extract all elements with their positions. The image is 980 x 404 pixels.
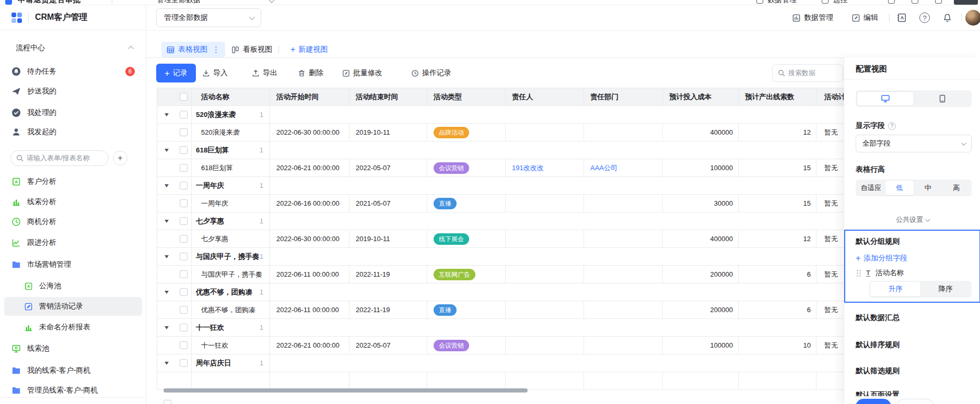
sidebar-item-started-by-me[interactable]: 我发起的 [4, 123, 142, 141]
row-checkbox[interactable] [180, 324, 188, 331]
divider [0, 397, 146, 398]
sidebar-folder-my-leads[interactable]: 我的线索-客户-商机 [4, 361, 142, 380]
department-cell[interactable]: AAA公司 [584, 159, 663, 177]
descending-button[interactable]: 降序 [920, 282, 971, 296]
common-settings-toggle[interactable]: 公共设置 [844, 215, 980, 224]
add-group-field-button[interactable]: + 添加分组字段 [856, 254, 907, 263]
sidebar-item-marketing-activity-records[interactable]: 营销活动记录 [4, 297, 142, 316]
row-checkbox[interactable] [180, 270, 188, 278]
sidebar-section-process[interactable]: 流程中心 [4, 40, 142, 56]
group-expander[interactable] [157, 212, 176, 230]
group-expander[interactable] [157, 248, 176, 266]
table-search-input[interactable]: 搜索数据 [772, 64, 843, 82]
row-height-high[interactable]: 高 [942, 181, 971, 195]
group-expander[interactable] [157, 354, 176, 372]
clipped-section-title: 默认页面设置 [856, 390, 900, 396]
operation-log-button[interactable]: 操作记录 [411, 67, 451, 79]
drag-handle-icon[interactable] [857, 270, 861, 277]
horizontal-scrollbar-thumb[interactable] [164, 388, 528, 393]
ascending-button[interactable]: 升序 [870, 282, 920, 296]
user-avatar[interactable] [965, 10, 980, 26]
add-record-button[interactable]: + 记录 [156, 64, 196, 82]
desktop-toggle-button[interactable] [857, 91, 914, 106]
help-button[interactable]: ? [919, 10, 930, 25]
info-icon[interactable]: ? [888, 122, 896, 130]
data-chart-icon [792, 14, 801, 22]
new-view-button[interactable]: + 新建视图 [290, 42, 328, 57]
kanban-icon [231, 46, 239, 54]
item-label: 抄送我的 [27, 87, 56, 96]
mobile-toggle-button[interactable] [914, 91, 971, 106]
edit-button[interactable]: 编辑 [851, 10, 878, 25]
activity-name-cell [192, 372, 270, 390]
row-checkbox[interactable] [180, 164, 188, 172]
clipped-row-checkbox[interactable] [164, 400, 171, 404]
tab-table-view[interactable]: 表格视图 ⋮ [161, 42, 225, 57]
form-search-input[interactable]: 请输入表单/报表名称 [10, 150, 109, 166]
clipped-cancel-button[interactable] [896, 399, 934, 404]
text-type-icon: T [866, 269, 870, 277]
button-label: 批量修改 [353, 68, 382, 78]
sidebar-folder-marketing[interactable]: 市场营销管理 [4, 255, 142, 274]
row-checkbox[interactable] [180, 217, 188, 225]
sort-direction-toggle: 升序 降序 [869, 281, 972, 298]
row-checkbox[interactable] [180, 235, 188, 243]
row-checkbox[interactable] [180, 288, 188, 296]
group-expander[interactable] [157, 283, 176, 301]
add-form-button[interactable]: + [113, 151, 127, 165]
row-checkbox[interactable] [180, 341, 188, 349]
sidebar-item-handled-by-me[interactable]: 我处理的 [4, 103, 142, 122]
group-expander[interactable] [157, 106, 176, 124]
display-fields-select[interactable]: 全部字段 [856, 135, 972, 152]
item-label: 客户分析 [27, 177, 56, 186]
sidebar-item-lead-pool[interactable]: 线索池 [4, 339, 142, 358]
tab-board-view[interactable]: 看板视图 [228, 42, 275, 57]
sidebar-item-unnamed-report[interactable]: 未命名分析报表 [4, 318, 142, 337]
export-button[interactable]: 导出 [252, 67, 277, 79]
clipped-logo-fragment [5, 0, 12, 5]
group-count: 1 [260, 289, 270, 296]
row-height-auto[interactable]: 自适应 [857, 181, 885, 195]
activity-type-cell: 直播 [427, 195, 506, 212]
row-checkbox[interactable] [180, 111, 188, 118]
group-expander[interactable] [157, 319, 176, 337]
import-button[interactable]: 导入 [202, 67, 228, 79]
activity-type-cell [427, 372, 506, 390]
sort-rule-section-title[interactable]: 默认排序规则 [856, 340, 900, 350]
batch-edit-button[interactable]: 批量修改 [342, 67, 382, 79]
end-time-cell: 2019-10-11 [349, 230, 427, 248]
cost-cell: 100000 [663, 337, 739, 354]
row-checkbox[interactable] [180, 182, 188, 189]
row-checkbox[interactable] [180, 199, 188, 207]
contacts-button[interactable]: A [896, 10, 907, 25]
delete-button[interactable]: 删除 [298, 67, 323, 79]
sidebar-item-followup-analysis[interactable]: 跟进分析 [4, 233, 142, 252]
tab-menu-icon[interactable]: ⋮ [212, 45, 220, 54]
data-scope-select[interactable]: 管理全部数据 [156, 8, 261, 27]
question-icon: ? [919, 13, 930, 23]
group-field-row[interactable]: T 活动名称 [857, 268, 904, 278]
contact-card-icon: A [24, 282, 33, 291]
clipped-confirm-button[interactable] [856, 399, 891, 404]
sidebar-item-lead-analysis[interactable]: 线索分析 [4, 193, 142, 211]
row-checkbox[interactable] [180, 146, 188, 154]
sidebar-item-public-pool[interactable]: A 公海池 [4, 277, 142, 295]
summary-section-title[interactable]: 默认数据汇总 [856, 313, 900, 323]
row-checkbox[interactable] [180, 253, 188, 260]
select-all-checkbox[interactable] [180, 93, 188, 101]
sidebar-item-todo-tasks[interactable]: 待办任务 6 [4, 62, 142, 81]
row-checkbox[interactable] [180, 359, 188, 367]
sidebar-item-opportunity-analysis[interactable]: 商机分析 [4, 212, 142, 231]
row-checkbox[interactable] [180, 306, 188, 314]
sidebar-item-cc-to-me[interactable]: 抄送我的 [4, 82, 142, 101]
data-manage-button[interactable]: 数据管理 [792, 10, 833, 25]
sidebar-item-customer-analysis[interactable]: A 客户分析 [4, 172, 142, 191]
row-checkbox[interactable] [180, 128, 188, 136]
group-expander[interactable] [157, 141, 176, 159]
row-height-medium[interactable]: 中 [914, 181, 942, 195]
activity-type-cell: 品牌活动 [427, 124, 506, 141]
row-height-low[interactable]: 低 [885, 181, 914, 195]
filter-rule-section-title[interactable]: 默认筛选规则 [856, 366, 900, 376]
owner-cell[interactable]: 191改改改 [506, 159, 584, 177]
group-expander[interactable] [157, 177, 176, 195]
